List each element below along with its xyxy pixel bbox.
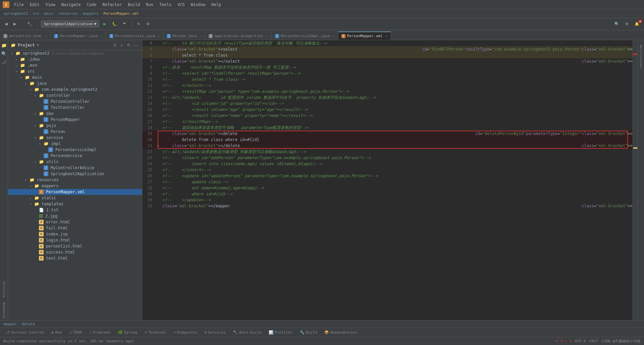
code-line-12[interactable]: 12 <!-- <resultMap id="person" type="com… [142,88,633,94]
code-line-16[interactable]: 16 <!-- <result column="name" property="… [142,113,633,119]
code-line-8[interactable]: 8 <!--多表 resultMap 数据库字段和实体类字段不一致 手工配置--… [142,64,633,70]
bottom-tab-build[interactable]: 🔧 Build [297,329,320,336]
activity-project-icon[interactable]: 📁 [1,43,7,48]
sidebar-dropdown-icon[interactable]: ▼ [37,43,39,47]
tree-item-fail-html[interactable]: H fail.html [8,225,142,231]
menu-items[interactable]: FileEditViewNavigateCodeRefactorBuildRun… [11,1,224,8]
breadcrumb-src[interactable]: src [33,11,39,16]
tree-item-mappers[interactable]: ▾ 📁 mappers [8,183,142,189]
activity-vcs-icon[interactable]: ⎇ [1,60,6,65]
bottom-tab-profiler[interactable]: 📊 Profiler [265,329,296,336]
code-line-28[interactable]: 28 <!-- set name=#{name},age=#{age}--> [142,185,633,191]
sidebar-minimize-btn[interactable]: — [133,42,139,48]
bottom-tab-run[interactable]: ▶ Run [48,329,65,336]
bottom-tab-todo[interactable]: ☑ TODO [66,329,85,336]
tab-close[interactable]: ✕ [385,34,387,38]
code-line-5[interactable]: 5 class="xml-bracket"><select id="findAl… [142,46,633,52]
tree-item-1-txt[interactable]: 📄 1.txt [8,207,142,213]
breadcrumb-resources[interactable]: resources [58,11,78,16]
code-line-29[interactable]: 29 <!-- where id=#{id}--> [142,191,633,197]
code-line-31[interactable]: 31 class="xml-bracket"></mapperclass="xm… [142,203,633,209]
status-encoding[interactable]: UTF-8 [575,339,586,343]
tab-close[interactable]: ✕ [266,34,268,38]
code-line-15[interactable]: 15 <!-- <result column="age" property="a… [142,107,633,113]
code-line-13[interactable]: 13 <!--&lt;!&ndash; id 配置组件 column 数据库中列… [142,94,633,100]
sidebar-locate-btn[interactable]: ◎ [112,42,118,48]
tab-PersonMapper-xml[interactable]: X PersonMapper.xml ✕ [338,31,391,40]
toolbar-settings2-btn[interactable]: ⚙ [623,20,631,27]
toolbar-back-btn[interactable]: ◀ [3,20,9,27]
bottom-tab-version-control[interactable]: ⎇ Version Control [2,329,48,336]
toolbar-run-btn[interactable]: ▶ [101,20,108,27]
code-line-30[interactable]: 30 <!-- </update>--> [142,197,633,203]
bottom-tab-dependencies[interactable]: 📦 Dependencies [321,329,360,336]
activity-search-icon[interactable]: 🔍 [1,51,7,56]
bottom-tab-problems[interactable]: ⚠ Problems [86,329,114,336]
bottom-tab-spring[interactable]: 🌿 Spring [115,329,141,336]
tab-PersonService-java[interactable]: J PersonService.java ✕ [106,31,163,40]
code-line-26[interactable]: 26 <!-- <update id="updatePerson" parame… [142,173,633,179]
tree-item-dao[interactable]: ▾ 📁 dao [8,111,142,117]
tab-PersonServiceImpl-java[interactable]: J PersonServiceImpl.java ✕ [272,31,338,40]
run-config-dropdown[interactable]: Springboot2Application ▼ [41,20,99,27]
code-line-18[interactable]: 18 <!-- 返回值如果是基本类型可省略 parameterType配置参数的… [142,125,633,131]
code-content[interactable]: 4 <!-- id 接口中方法的名字 resultType返回值的类型 集合对象… [142,40,633,320]
menu-item-build[interactable]: Build [125,1,143,8]
tree-item-2-jpg[interactable]: 🖼 2.jpg [8,213,142,219]
bottom-tab-terminal[interactable]: ⌨ Terminal [141,329,169,336]
tab-personlist-html[interactable]: J personlist.html ✕ [0,31,51,40]
code-line-17[interactable]: 17 <!-- </resultMap>--> [142,119,633,125]
menu-item-window[interactable]: Window [188,1,208,8]
code-line-22[interactable]: 22 <!--&lt;!&ndash;如果参数是对象类型 对象类型可以省略&nd… [142,149,633,155]
tree-item-personservice[interactable]: J PersonService [8,153,142,159]
menu-item-edit[interactable]: Edit [27,1,42,8]
tab-close[interactable]: ✕ [200,34,202,38]
status-errors[interactable]: ⊗ 4 ⚠ 3 [556,339,571,343]
tree-item-personserviceimpl[interactable]: J PersonServiceImpl [8,147,142,153]
toolbar-forward-btn[interactable]: ▶ [11,20,18,27]
tree-item-utils[interactable]: ▾ 📁 utils [8,159,142,165]
tree-item-mycontrolleradvice[interactable]: J MyControllerAdvice [8,165,142,171]
code-line-9[interactable]: 9 <!-- <select id="findAllPerson" result… [142,70,633,76]
code-line-21[interactable]: 21 ⚠ class="xml-bracket"></deleteclass="… [142,143,633,149]
tree-item-src[interactable]: ▾ 📁 src [8,68,142,74]
tree-item-personmapper-xml[interactable]: X PersonMapper.xml [8,189,142,195]
menu-item-help[interactable]: Help [209,1,224,8]
menu-item-file[interactable]: File [11,1,26,8]
code-line-27[interactable]: 27 <!-- update class--> [142,179,633,185]
toolbar-settings-btn[interactable]: ⚙ [144,20,152,27]
tree-item-personmapper[interactable]: J PersonMapper [8,117,142,123]
tree-item-service[interactable]: ▾ 📁 service [8,135,142,141]
code-line-25[interactable]: 25 <!-- </insert>--> [142,167,633,173]
code-line-14[interactable]: 14 <!-- <id column="id" property="id"></… [142,100,633,107]
toolbar-notifications-btn[interactable]: 🔔4 [633,20,641,27]
tree-item-springboot2application[interactable]: J Springboot2Application [8,171,142,177]
breadcrumb-bottom-delete[interactable]: delete [21,322,35,326]
tree-item-error-html[interactable]: H error.html [8,219,142,225]
code-line-19[interactable]: 19 class="xml-bracket"><delete id="delet… [142,131,633,137]
tree-item-index-jsp[interactable]: H index.jsp [8,231,142,237]
menu-item-navigate[interactable]: Navigate [59,1,84,8]
code-line-6[interactable]: 6 select * from class [142,52,633,58]
tree-item-personlist-html[interactable]: H personlist.html [8,243,142,249]
sidebar-settings-btn[interactable]: ⚙ [125,42,131,48]
menu-item-view[interactable]: View [43,1,58,8]
toolbar-build-btn[interactable]: 🔨 [25,20,34,27]
code-line-7[interactable]: 7 class="xml-bracket"></selectclass="xml… [142,58,633,64]
tab-close[interactable]: ✕ [45,34,47,38]
tree-item-person[interactable]: J Person [8,129,142,135]
breadcrumb-main[interactable]: main [44,11,53,16]
tree-item-login-html[interactable]: H login.html [8,237,142,243]
bottom-tab-endpoints[interactable]: ↔ Endpoints [170,329,200,336]
tab-PersonMapper-java[interactable]: J PersonMapper.java ✕ [51,31,106,40]
breadcrumb-bottom-mapper[interactable]: mapper [3,322,17,326]
tab-close[interactable]: ✕ [100,34,102,38]
tree-item-test-html[interactable]: H test.html [8,255,142,261]
tab-Person-java[interactable]: J Person.java ✕ [163,31,205,40]
menu-item-code[interactable]: Code [84,1,99,8]
menu-item-vcs[interactable]: VCS [175,1,187,8]
tree-item-personcontroller[interactable]: J PersonController [8,98,142,105]
toolbar-debug-btn[interactable]: 🐛 [110,20,119,27]
code-line-10[interactable]: 10 <!-- select * from class--> [142,76,633,82]
tab-close[interactable]: ✕ [332,34,334,38]
